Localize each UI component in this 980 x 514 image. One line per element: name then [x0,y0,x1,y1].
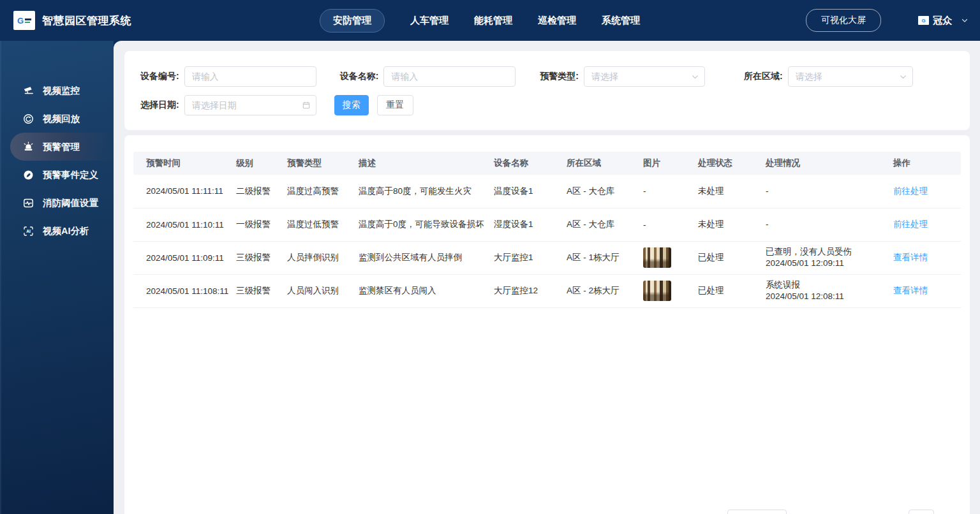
top-navbar: G 智慧园区管理系统 安防管理人车管理能耗管理巡检管理系统管理 可视化大屏 G … [0,0,980,41]
device-name-input[interactable] [383,66,516,87]
cell-alert-type: 人员摔倒识别 [281,241,352,274]
column-header-8: 处理状态 [692,152,759,175]
cctv-camera-icon [22,85,34,97]
alert-photo[interactable] [643,281,671,301]
go-handle-link[interactable]: 前往处理 [893,186,928,196]
cell-image: - [637,175,692,208]
alert-type-select[interactable] [584,66,705,87]
cell-level: 三级报警 [230,274,281,307]
table-body: 2024/05/01 11:11:11二级报警温度过高预警温度高于80度，可能发… [133,175,961,307]
view-detail-link[interactable]: 查看详情 [893,286,928,295]
cell-description: 温度高于0度，可能导致设备损坏 [352,208,487,241]
chevron-down-icon [961,17,969,24]
filter-row-2: 选择日期: 搜索 重置 [140,95,954,115]
column-header-5: 设备名称 [487,152,560,175]
cell-image [637,241,692,274]
nav-tab-4[interactable]: 巡检管理 [538,10,576,32]
device-code-label: 设备编号: [140,71,179,82]
filter-device-name: 设备名称: [340,66,516,87]
table-row: 2024/05/01 11:09:11三级报警人员摔倒识别监测到公共区域有人员摔… [133,241,961,274]
sidebar-item-label: 视频回放 [43,113,80,125]
alert-type-label: 预警类型: [540,71,579,82]
cell-level: 一级报警 [230,208,281,241]
cell-device-name: 大厅监控12 [487,274,560,307]
cell-image: - [637,208,692,241]
sidebar-item-2[interactable]: 视频回放 [0,105,114,133]
nav-tab-5[interactable]: 系统管理 [602,10,640,32]
alert-photo[interactable] [643,247,671,268]
company-logo-text-bars [25,18,31,23]
app-title: 智慧园区管理系统 [42,13,131,28]
reset-button[interactable]: 重置 [377,95,413,115]
table-row: 2024/05/01 11:11:11二级报警温度过高预警温度高于80度，可能发… [133,175,961,208]
column-header-7: 图片 [637,152,692,175]
filter-device-code: 设备编号: [140,66,316,87]
sidebar-item-6[interactable]: AI视频AI分析 [0,217,114,245]
sidebar-item-label: 预警管理 [43,141,80,153]
cell-image [637,274,692,307]
page-size-select[interactable] [727,510,787,514]
svg-text:AI: AI [26,229,31,233]
alert-table: 预警时间级别预警类型描述设备名称所在区域图片处理状态处理情况操作 2024/05… [133,152,961,308]
alarm-siren-icon [22,141,34,153]
cell-area: A区 - 大仓库 [560,208,637,241]
view-detail-link[interactable]: 查看详情 [893,253,928,262]
cell-action: 查看详情 [887,274,961,307]
navbar-right: 可视化大屏 G 冠众 [806,9,969,32]
alert-table-card: 预警时间级别预警类型描述设备名称所在区域图片处理状态处理情况操作 2024/05… [124,135,970,514]
sidebar-item-label: 视频监控 [43,85,80,97]
column-header-9: 处理情况 [759,152,887,175]
cell-alert-time: 2024/05/01 11:09:11 [133,241,230,274]
cell-action: 前往处理 [887,208,961,241]
table-row: 2024/05/01 11:10:11一级报警温度过低预警温度高于0度，可能导致… [133,208,961,241]
ai-analysis-icon: AI [22,225,34,237]
handling-text: - [766,219,880,230]
nav-tab-2[interactable]: 人车管理 [410,10,449,32]
cell-status: 已处理 [692,274,759,307]
nav-tab-3[interactable]: 能耗管理 [474,10,512,32]
cell-handling: - [759,208,887,241]
filter-alert-type: 预警类型: [540,66,705,87]
cell-device-name: 温度设备1 [487,175,560,208]
sidebar-item-3[interactable]: 预警管理 [10,133,114,161]
sidebar-item-4[interactable]: 预警事件定义 [0,161,114,189]
cell-description: 监测到公共区域有人员摔倒 [352,241,487,274]
cell-device-name: 湿度设备1 [487,208,560,241]
filter-card: 设备编号: 设备名称: 预警类型: 所在区域: [124,51,970,130]
handling-text: - [766,186,880,197]
cell-action: 查看详情 [887,241,961,274]
cell-area: A区 - 1栋大厅 [560,241,637,274]
device-name-label: 设备名称: [340,71,379,82]
nav-tab-1[interactable]: 安防管理 [320,9,385,33]
date-picker-input[interactable] [184,95,316,115]
area-select[interactable] [788,66,913,87]
cell-level: 二级报警 [230,175,281,208]
column-header-10: 操作 [887,152,961,175]
user-avatar: G [918,16,929,25]
sidebar-item-1[interactable]: 视频监控 [0,77,114,105]
cell-status: 未处理 [692,175,759,208]
user-menu[interactable]: G 冠众 [918,15,969,27]
sidebar-item-5[interactable]: 消防阈值设置 [0,189,114,217]
cell-description: 监测禁区有人员闯入 [352,274,487,307]
threshold-wave-icon [22,197,34,209]
company-logo: G [13,11,35,30]
cell-handling: - [759,175,887,208]
search-button[interactable]: 搜索 [334,95,369,115]
column-header-1: 预警时间 [133,152,230,175]
go-handle-link[interactable]: 前往处理 [893,219,928,229]
handling-time: 2024/05/01 12:08:11 [766,291,880,302]
cell-alert-time: 2024/05/01 11:108:11 [133,274,230,307]
filter-row-1: 设备编号: 设备名称: 预警类型: 所在区域: [140,66,954,87]
cell-level: 三级报警 [230,241,281,274]
cell-alert-type: 人员闯入识别 [281,274,352,307]
page-jumper-input[interactable] [909,510,934,514]
cell-handling: 已查明，没有人员受伤2024/05/01 12:09:11 [759,241,887,274]
cell-alert-type: 温度过高预警 [281,175,352,208]
filter-area: 所在区域: [744,66,913,87]
sidebar: 视频监控视频回放预警管理预警事件定义消防阈值设置AI视频AI分析 [0,41,114,514]
company-logo-icon: G [17,17,24,25]
big-screen-button[interactable]: 可视化大屏 [806,9,881,32]
device-code-input[interactable] [184,66,316,87]
sidebar-item-label: 预警事件定义 [43,169,98,181]
